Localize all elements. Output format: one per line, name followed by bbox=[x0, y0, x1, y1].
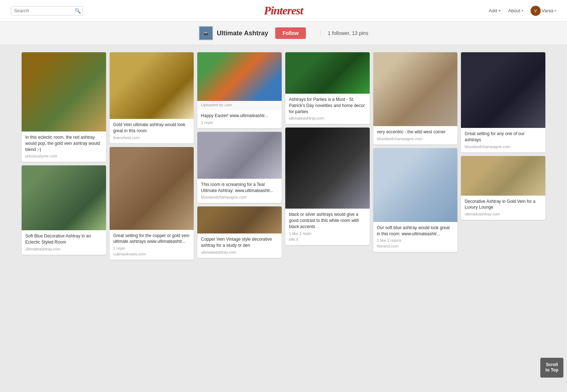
pin-body: Happy Easter! www.ultimateashtr...1 repi… bbox=[197, 110, 282, 128]
pin-body: Decorative Ashtray in Gold Vein for a Lu… bbox=[461, 196, 545, 220]
pin-body: Soft Blue Decorative Ashtray in an Eclec… bbox=[22, 230, 106, 255]
pin-description: Copper Vein Vintage style decorative ash… bbox=[201, 236, 278, 249]
pin-image bbox=[461, 156, 545, 196]
pin-image bbox=[285, 52, 370, 94]
board-thumbnail: 📷 bbox=[199, 26, 213, 40]
pin-source: ultimateashtray.com bbox=[201, 250, 278, 254]
pin-meta: 1 repin bbox=[201, 120, 278, 125]
about-button[interactable]: About ▾ bbox=[508, 8, 523, 13]
pin-image bbox=[373, 52, 458, 126]
pin-description: Decorative Ashtray in Gold Vein for a Lu… bbox=[465, 199, 542, 211]
user-chevron-icon: ▾ bbox=[554, 9, 556, 13]
pin-image bbox=[110, 147, 194, 230]
pin-description: Our soft blue ashtray would look great i… bbox=[377, 225, 454, 237]
header-left: 🔍 bbox=[11, 6, 83, 15]
pin-meta: 1 like 1 repin bbox=[289, 231, 366, 236]
pin-column-col2: Gold Vein ultimate ashtray would look gr… bbox=[110, 52, 194, 260]
pin-body: Great setting for any one of our ashtray… bbox=[461, 128, 545, 152]
header: 🔍 Pinterest Add + About ▾ V Vania ▾ bbox=[0, 0, 567, 22]
pin-card[interactable]: Uploaded by userHappy Easter! www.ultima… bbox=[197, 52, 282, 128]
board-header: 📷 Ultimate Ashtray Follow 1 follower, 13… bbox=[0, 22, 567, 45]
pin-image bbox=[22, 165, 106, 230]
avatar: V bbox=[531, 6, 541, 16]
header-right: Add + About ▾ V Vania ▾ bbox=[489, 6, 556, 16]
pin-source: thenest.com bbox=[377, 244, 454, 248]
pin-source: cullmankravis.com bbox=[113, 252, 190, 256]
pin-card[interactable]: This room is screaming for a Teal Ultima… bbox=[197, 132, 282, 203]
pin-image bbox=[110, 52, 194, 119]
pin-column-col6: Great setting for any one of our ashtray… bbox=[461, 52, 545, 220]
pin-image bbox=[22, 52, 106, 132]
pin-description: Gold Vein ultimate ashtray would look gr… bbox=[113, 122, 190, 134]
pin-card[interactable]: Ashtrays for Parties is a Must - St. Pat… bbox=[285, 52, 370, 124]
pin-description: In this eclectic room, the red ashtray w… bbox=[25, 134, 102, 152]
pin-description: This room is screaming for a Teal Ultima… bbox=[201, 182, 278, 194]
pin-card[interactable]: Great setting for the copper or gold vei… bbox=[110, 147, 194, 260]
pin-image bbox=[197, 52, 282, 101]
pin-card[interactable]: Our soft blue ashtray would look great i… bbox=[373, 148, 458, 252]
pin-image bbox=[461, 52, 545, 128]
pin-body: very eccentric - the wild west cornerblo… bbox=[373, 126, 458, 144]
pin-source: bloodandchampagne.com bbox=[377, 137, 454, 141]
pin-image bbox=[373, 148, 458, 222]
pin-description: very eccentric - the wild west corner bbox=[377, 129, 454, 135]
pin-source: bloodandchampagne.com bbox=[465, 144, 542, 149]
chevron-down-icon: ▾ bbox=[522, 9, 523, 13]
pin-description: Ashtrays for Parties is a Must - St. Pat… bbox=[289, 97, 366, 115]
pin-description: Happy Easter! www.ultimateashtr... bbox=[201, 113, 278, 119]
search-input[interactable] bbox=[14, 8, 75, 13]
search-box[interactable]: 🔍 bbox=[11, 6, 83, 15]
pin-body: Gold Vein ultimate ashtray would look gr… bbox=[110, 119, 194, 143]
pin-column-col1: In this eclectic room, the red ashtray w… bbox=[22, 52, 106, 255]
pin-source: preciouslyme.com bbox=[25, 154, 102, 158]
pin-card[interactable]: In this eclectic room, the red ashtray w… bbox=[22, 52, 106, 162]
pin-column-col3: Uploaded by userHappy Easter! www.ultima… bbox=[197, 52, 282, 258]
pin-source: elle.it bbox=[289, 237, 366, 241]
pin-description: Soft Blue Decorative Ashtray in an Eclec… bbox=[25, 233, 102, 245]
pins-container: In this eclectic room, the red ashtray w… bbox=[0, 45, 567, 267]
pin-card[interactable]: Gold Vein ultimate ashtray would look gr… bbox=[110, 52, 194, 143]
pin-image bbox=[285, 128, 370, 209]
uploaded-by-label: Uploaded by user bbox=[197, 101, 282, 110]
pin-body: This room is screaming for a Teal Ultima… bbox=[197, 179, 282, 203]
pin-source: ultimateashtray.com bbox=[25, 247, 102, 251]
pin-column-col4: Ashtrays for Parties is a Must - St. Pat… bbox=[285, 52, 370, 245]
pin-source: linenchest.com bbox=[113, 135, 190, 140]
pin-description: Great setting for the copper or gold vei… bbox=[113, 233, 190, 245]
pin-body: Great setting for the copper or gold vei… bbox=[110, 230, 194, 260]
pin-card[interactable]: Soft Blue Decorative Ashtray in an Eclec… bbox=[22, 165, 106, 255]
pin-card[interactable]: black or silver ashtrays would give a go… bbox=[285, 128, 370, 245]
header-center: Pinterest bbox=[264, 4, 303, 17]
pin-body: Our soft blue ashtray would look great i… bbox=[373, 222, 458, 252]
pin-card[interactable]: Copper Vein Vintage style decorative ash… bbox=[197, 206, 282, 258]
pin-body: Copper Vein Vintage style decorative ash… bbox=[197, 233, 282, 258]
user-menu[interactable]: V Vania ▾ bbox=[531, 6, 556, 16]
pin-meta: 1 repin bbox=[113, 246, 190, 250]
pin-card[interactable]: Great setting for any one of our ashtray… bbox=[461, 52, 545, 152]
pin-body: In this eclectic room, the red ashtray w… bbox=[22, 132, 106, 162]
board-stats: 1 follower, 13 pins bbox=[320, 30, 368, 36]
pinterest-logo[interactable]: Pinterest bbox=[264, 4, 303, 17]
pin-column-col5: very eccentric - the wild west cornerblo… bbox=[373, 52, 458, 252]
add-button[interactable]: Add + bbox=[489, 8, 501, 13]
plus-icon: + bbox=[498, 8, 501, 13]
pin-card[interactable]: Decorative Ashtray in Gold Vein for a Lu… bbox=[461, 156, 545, 220]
follow-button[interactable]: Follow bbox=[275, 27, 306, 39]
board-info: 📷 Ultimate Ashtray bbox=[199, 26, 268, 40]
pin-source: ultimateashtray.com bbox=[465, 212, 542, 216]
pin-image bbox=[197, 206, 282, 233]
pin-description: Great setting for any one of our ashtray… bbox=[465, 131, 542, 143]
pin-meta: 1 like 2 repins bbox=[377, 238, 454, 242]
pin-image bbox=[197, 132, 282, 179]
pin-description: black or silver ashtrays would give a go… bbox=[289, 211, 366, 230]
pin-source: ultimateashtray.com bbox=[289, 116, 366, 120]
pin-card[interactable]: very eccentric - the wild west cornerblo… bbox=[373, 52, 458, 144]
board-name: Ultimate Ashtray bbox=[217, 30, 268, 37]
pin-body: black or silver ashtrays would give a go… bbox=[285, 209, 370, 245]
pin-source: bloodandchampagne.com bbox=[201, 195, 278, 199]
pin-body: Ashtrays for Parties is a Must - St. Pat… bbox=[285, 94, 370, 124]
search-icon: 🔍 bbox=[75, 8, 81, 14]
